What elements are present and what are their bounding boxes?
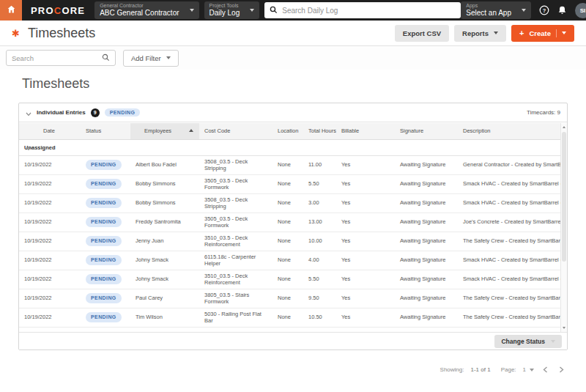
cell-signature: Awaiting Signature bbox=[395, 289, 458, 308]
table-row[interactable]: 10/19/2022 PENDING Freddy Santromita 350… bbox=[19, 212, 560, 232]
cell-cost-code: 3805_03.5 - Stairs Formwork bbox=[199, 289, 272, 308]
cell-signature: Awaiting Signature bbox=[395, 174, 458, 193]
table-body: Unassigned 10/19/2022 PENDING Albert Bou… bbox=[19, 139, 560, 327]
column-header-employees[interactable]: Employees bbox=[130, 123, 199, 139]
previous-page-button[interactable] bbox=[541, 366, 550, 373]
table-header-row: Date Status Employees Cost Code Location… bbox=[19, 123, 560, 139]
help-icon[interactable]: ? bbox=[539, 5, 549, 15]
pagination: Showing: 1-1 of 1 Page: 1 bbox=[440, 366, 566, 373]
cell-signature: Awaiting Signature bbox=[395, 308, 458, 327]
notifications-bell-icon[interactable] bbox=[557, 5, 567, 15]
table-row[interactable]: 10/19/2022 PENDING Albert Bou Fadel 3508… bbox=[19, 155, 560, 174]
cell-status: PENDING bbox=[81, 212, 130, 232]
cell-location: None bbox=[272, 308, 303, 327]
company-dropdown[interactable]: General Contractor ABC General Contracto… bbox=[94, 1, 199, 19]
cell-total-hours: 10.00 bbox=[303, 232, 336, 251]
table-scrollbar[interactable] bbox=[560, 123, 567, 332]
table-row[interactable]: 10/19/2022 PENDING Paul Carey 3805_03.5 … bbox=[19, 289, 560, 308]
collapse-chevron-icon[interactable] bbox=[26, 106, 31, 119]
global-search-input[interactable] bbox=[282, 7, 456, 15]
cell-location: None bbox=[272, 174, 303, 193]
column-header-status[interactable]: Status bbox=[81, 123, 130, 139]
export-csv-button[interactable]: Export CSV bbox=[395, 25, 449, 42]
column-header-location[interactable]: Location bbox=[272, 123, 303, 139]
status-badge: PENDING bbox=[86, 293, 122, 303]
cell-total-hours: 5.50 bbox=[303, 174, 336, 193]
cell-total-hours: 4.00 bbox=[303, 251, 336, 270]
cell-description: The Safety Crew - Created by SmartBarrel… bbox=[458, 308, 560, 327]
cell-billable: Yes bbox=[336, 270, 395, 289]
chevron-down-icon bbox=[530, 369, 534, 371]
add-filter-button[interactable]: Add Filter bbox=[123, 50, 179, 67]
sort-ascending-icon bbox=[189, 129, 193, 132]
cell-location: None bbox=[272, 251, 303, 270]
column-header-billable[interactable]: Billable bbox=[336, 123, 395, 139]
chevron-down-icon bbox=[494, 32, 498, 34]
filter-toolbar: Add Filter bbox=[0, 46, 586, 70]
cell-cost-code: 3508_03.5 - Deck Stripping bbox=[199, 193, 272, 212]
company-dropdown-value: ABC General Contractor bbox=[100, 9, 179, 18]
home-button[interactable] bbox=[0, 0, 22, 21]
table-row[interactable]: 10/19/2022 PENDING Bobby Simmons 3508_03… bbox=[19, 193, 560, 212]
reports-button[interactable]: Reports bbox=[454, 25, 506, 42]
cell-billable: Yes bbox=[336, 308, 395, 327]
table-row[interactable]: 10/19/2022 PENDING Jenny Juan 3510_03.5 … bbox=[19, 232, 560, 251]
individual-entries-panel: Individual Entries 9 PENDING Timecards: … bbox=[18, 103, 568, 350]
table-row[interactable]: 10/19/2022 PENDING Bobby Simmons 3505_03… bbox=[19, 174, 560, 193]
project-tools-dropdown[interactable]: Project Tools Daily Log bbox=[204, 1, 260, 19]
cell-billable: Yes bbox=[336, 251, 395, 270]
cell-cost-code: 3508_03.5 - Deck Stripping bbox=[199, 155, 272, 174]
next-page-button[interactable] bbox=[557, 366, 566, 373]
table-search bbox=[6, 50, 116, 66]
scroll-up-icon[interactable] bbox=[563, 126, 565, 128]
global-search bbox=[264, 2, 461, 18]
user-avatar[interactable]: SI bbox=[575, 3, 586, 18]
cell-total-hours: 3.00 bbox=[303, 193, 336, 212]
table-row[interactable]: 10/19/2022 PENDING Johny Smack 6115.18c … bbox=[19, 251, 560, 270]
change-status-button[interactable]: Change Status bbox=[494, 335, 562, 348]
table-search-input[interactable] bbox=[12, 54, 102, 62]
chevron-down-icon bbox=[166, 56, 171, 59]
cell-cost-code: 6115.18c - Carpenter Helper bbox=[199, 251, 272, 270]
svg-text:?: ? bbox=[543, 7, 546, 14]
timesheets-tool-icon: ✱ bbox=[12, 29, 20, 38]
column-header-description[interactable]: Description bbox=[458, 123, 560, 139]
collapse-chevron-icon bbox=[26, 146, 31, 152]
scroll-down-icon[interactable] bbox=[563, 327, 565, 329]
company-dropdown-label: General Contractor bbox=[100, 3, 179, 9]
apps-dropdown[interactable]: Apps Select an App bbox=[461, 1, 531, 19]
cell-location: None bbox=[272, 193, 303, 212]
project-tools-dropdown-label: Project Tools bbox=[209, 3, 240, 9]
showing-value: 1-1 of 1 bbox=[471, 366, 491, 373]
page-select[interactable]: 1 bbox=[523, 366, 534, 373]
panel-footer: Change Status bbox=[19, 332, 567, 350]
apps-dropdown-label: Apps bbox=[466, 3, 511, 9]
cell-location: None bbox=[272, 270, 303, 289]
cell-description: The Safety Crew - Created by SmartBarrel… bbox=[458, 232, 560, 251]
cell-employee: Paul Carey bbox=[130, 289, 199, 308]
cell-status: PENDING bbox=[81, 289, 130, 308]
column-header-date[interactable]: Date bbox=[19, 123, 81, 139]
section-status-badge: PENDING bbox=[105, 108, 141, 117]
cell-total-hours: 13.00 bbox=[303, 212, 336, 232]
cell-signature: Awaiting Signature bbox=[395, 251, 458, 270]
cell-cost-code: 3510_03.5 - Deck Reinforcement bbox=[199, 232, 272, 251]
table-row[interactable]: 10/19/2022 PENDING Johny Smack 3510_03.5… bbox=[19, 270, 560, 289]
column-header-signature[interactable]: Signature bbox=[395, 123, 458, 139]
cell-status: PENDING bbox=[81, 174, 130, 193]
cell-signature: Awaiting Signature bbox=[395, 212, 458, 232]
column-header-total-hours[interactable]: Total Hours bbox=[303, 123, 336, 139]
cell-billable: Yes bbox=[336, 212, 395, 232]
cell-employee: Albert Bou Fadel bbox=[130, 155, 199, 174]
column-header-cost-code[interactable]: Cost Code bbox=[199, 123, 272, 139]
table-row[interactable]: 10/19/2022 PENDING Tim Wilson 5030 - Rai… bbox=[19, 308, 560, 327]
scrollbar-thumb[interactable] bbox=[562, 132, 566, 262]
create-button[interactable]: +Create bbox=[511, 25, 574, 42]
page-title: Timesheets bbox=[28, 26, 95, 41]
project-tools-dropdown-value: Daily Log bbox=[209, 9, 240, 18]
group-row-unassigned[interactable]: Unassigned bbox=[19, 139, 560, 155]
procore-logo[interactable]: PROCORE bbox=[31, 5, 85, 16]
cell-date: 10/19/2022 bbox=[19, 270, 81, 289]
cell-billable: Yes bbox=[336, 155, 395, 174]
status-badge: PENDING bbox=[86, 217, 122, 227]
